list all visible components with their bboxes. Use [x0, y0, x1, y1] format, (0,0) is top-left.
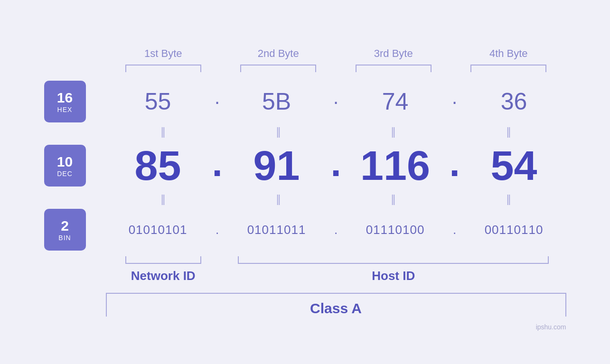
dec-byte-1: 85	[106, 141, 210, 190]
dec-dot-3: .	[448, 141, 462, 190]
bin-base-number: 2	[61, 218, 69, 234]
bin-value-4: 00110110	[485, 223, 544, 237]
conv-2-2: ‖	[221, 192, 336, 207]
top-bracket-3	[336, 65, 451, 72]
conv-1-2: ‖	[221, 124, 336, 140]
dec-byte-3: 116	[343, 141, 448, 190]
hex-byte-1: 55	[106, 88, 210, 115]
hex-badge: 16 HEX	[44, 81, 86, 122]
dec-value-1: 85	[135, 141, 181, 190]
bottom-bracket-row: Network ID Host ID	[106, 256, 566, 283]
hex-row: 16 HEX 55 . 5B . 74 . 36	[44, 81, 566, 122]
host-bracket-line	[238, 256, 549, 264]
hex-dot-3: .	[448, 88, 462, 115]
bin-byte-1: 01010101	[106, 223, 210, 237]
byte-header-4: 4th Byte	[451, 47, 566, 60]
hex-bytes: 55 . 5B . 74 . 36	[106, 88, 566, 115]
top-brackets-row	[106, 65, 566, 72]
hex-base-label: HEX	[57, 106, 73, 113]
dec-byte-2: 91	[225, 141, 329, 190]
dec-base-label: DEC	[57, 170, 73, 177]
bin-byte-3: 01110100	[343, 223, 448, 237]
hex-byte-4: 36	[462, 88, 566, 115]
bin-badge: 2 BIN	[44, 209, 86, 251]
hex-base-number: 16	[57, 90, 73, 106]
class-a-row: Class A	[106, 293, 566, 317]
hex-value-3: 74	[382, 88, 409, 115]
dec-badge: 10 DEC	[44, 145, 86, 187]
conv-1-4: ‖	[451, 124, 566, 140]
hex-byte-2: 5B	[225, 88, 329, 115]
dec-row: 10 DEC 85 . 91 . 116 . 54	[44, 141, 566, 190]
bin-byte-2: 01011011	[225, 223, 329, 237]
conv-2-1: ‖	[106, 192, 221, 207]
conversion-row-1: ‖ ‖ ‖ ‖	[106, 124, 566, 140]
hex-value-4: 36	[501, 88, 527, 115]
byte-headers-row: 1st Byte 2nd Byte 3rd Byte 4th Byte	[106, 47, 566, 60]
bin-value-3: 01110100	[366, 223, 425, 237]
top-bracket-4	[451, 65, 566, 72]
bin-dot-1: .	[210, 223, 225, 237]
bin-value-1: 01010101	[129, 223, 188, 237]
top-bracket-1	[106, 65, 221, 72]
network-id-label: Network ID	[131, 269, 196, 283]
hex-dot-2: .	[329, 88, 343, 115]
network-bracket-line	[125, 256, 201, 264]
top-bracket-2	[221, 65, 336, 72]
hex-value-1: 55	[145, 88, 171, 115]
bin-value-2: 01011011	[247, 223, 306, 237]
hex-byte-3: 74	[343, 88, 448, 115]
bin-dot-3: .	[448, 223, 462, 237]
dec-base-number: 10	[57, 154, 73, 170]
byte-header-1: 1st Byte	[106, 47, 221, 60]
dec-dot-1: .	[210, 141, 225, 190]
dec-value-4: 54	[491, 141, 537, 190]
conv-1-3: ‖	[336, 124, 451, 140]
dec-byte-4: 54	[462, 141, 566, 190]
conv-1-1: ‖	[106, 124, 221, 140]
hex-dot-1: .	[210, 88, 225, 115]
hex-value-2: 5B	[262, 88, 291, 115]
conv-2-4: ‖	[451, 192, 566, 207]
bin-byte-4: 00110110	[462, 223, 566, 237]
main-container: 1st Byte 2nd Byte 3rd Byte 4th Byte 16 H…	[44, 47, 566, 317]
network-id-bracket: Network ID	[106, 256, 221, 283]
byte-header-2: 2nd Byte	[221, 47, 336, 60]
class-a-label: Class A	[310, 300, 362, 316]
host-id-label: Host ID	[372, 269, 415, 283]
bin-bytes: 01010101 . 01011011 . 01110100 . 0011011…	[106, 223, 566, 237]
host-id-bracket: Host ID	[221, 256, 566, 283]
bin-row: 2 BIN 01010101 . 01011011 . 01110100 . 0…	[44, 209, 566, 251]
byte-header-3: 3rd Byte	[336, 47, 451, 60]
dec-dot-2: .	[329, 141, 343, 190]
conv-2-3: ‖	[336, 192, 451, 207]
bin-base-label: BIN	[58, 234, 71, 242]
bin-dot-2: .	[329, 223, 343, 237]
dec-value-3: 116	[360, 141, 430, 190]
conversion-row-2: ‖ ‖ ‖ ‖	[106, 192, 566, 207]
dec-value-2: 91	[253, 141, 300, 190]
watermark: ipshu.com	[536, 323, 566, 331]
dec-bytes: 85 . 91 . 116 . 54	[106, 141, 566, 190]
